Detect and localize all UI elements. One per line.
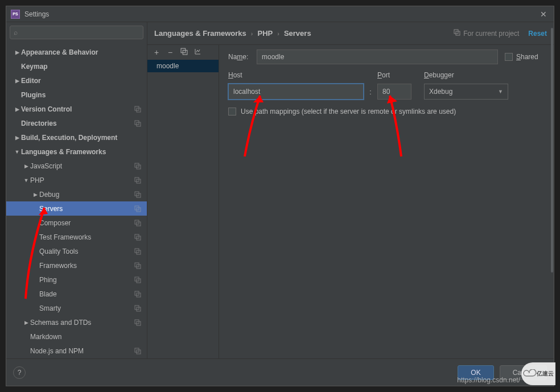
- tree-item-label: Keymap: [21, 63, 147, 71]
- tree-item-node-js-and-npm[interactable]: Node.js and NPM: [6, 344, 147, 358]
- tree-arrow-icon[interactable]: [13, 149, 21, 155]
- tree-item-test-frameworks[interactable]: Test Frameworks: [6, 230, 147, 244]
- project-scope-icon: [134, 291, 141, 298]
- tree-arrow-icon[interactable]: [22, 320, 30, 325]
- tree-item-label: Schemas and DTDs: [30, 319, 134, 327]
- tree-item-label: Editor: [21, 77, 147, 85]
- colon-separator: :: [364, 71, 377, 100]
- settings-tree: Appearance & BehaviorKeymapEditorPlugins…: [6, 43, 147, 358]
- tree-item-php[interactable]: PHP: [6, 173, 147, 187]
- server-form: Name: Shared Host :: [219, 45, 554, 358]
- breadcrumb-item[interactable]: Languages & Frameworks: [154, 29, 246, 38]
- tree-item-languages-frameworks[interactable]: Languages & Frameworks: [6, 145, 147, 159]
- breadcrumb: Languages & Frameworks › PHP › Servers: [154, 29, 311, 38]
- tree-item-appearance-behavior[interactable]: Appearance & Behavior: [6, 45, 147, 59]
- project-scope-icon: [134, 106, 141, 113]
- tree-item-label: Plugins: [21, 91, 147, 99]
- import-icon[interactable]: [193, 48, 202, 57]
- tree-item-composer[interactable]: Composer: [6, 216, 147, 230]
- project-hint: For current project: [454, 29, 519, 38]
- name-input[interactable]: [257, 49, 498, 64]
- tree-item-markdown[interactable]: Markdown: [6, 329, 147, 344]
- host-input[interactable]: [228, 84, 364, 100]
- project-scope-icon: [134, 248, 141, 255]
- search-box[interactable]: ⌕: [10, 26, 143, 39]
- search-icon: ⌕: [14, 28, 18, 36]
- tree-item-version-control[interactable]: Version Control: [6, 102, 147, 116]
- reset-link[interactable]: Reset: [528, 30, 547, 38]
- tree-item-quality-tools[interactable]: Quality Tools: [6, 244, 147, 258]
- add-icon[interactable]: +: [152, 48, 161, 57]
- project-scope-icon: [134, 220, 141, 226]
- breadcrumb-item[interactable]: PHP: [258, 29, 273, 38]
- chevron-right-icon: ›: [277, 30, 279, 37]
- watermark-text: https://blog.csdn.net/: [457, 376, 520, 384]
- tree-item-editor[interactable]: Editor: [6, 73, 147, 88]
- debugger-label: Debugger: [424, 71, 508, 79]
- tree-arrow-icon[interactable]: [13, 135, 21, 141]
- tree-arrow-icon[interactable]: [31, 192, 39, 197]
- main-panel: Languages & Frameworks › PHP › Servers F…: [147, 22, 554, 358]
- project-scope-icon: [134, 277, 141, 283]
- project-scope-icon: [134, 205, 141, 212]
- tree-arrow-icon[interactable]: [22, 163, 30, 169]
- breadcrumb-item: Servers: [284, 29, 311, 38]
- tree-item-debug[interactable]: Debug: [6, 187, 147, 201]
- project-scope-icon: [134, 120, 141, 127]
- tree-item-label: Frameworks: [39, 262, 134, 270]
- tree-item-build-execution-deployment[interactable]: Build, Execution, Deployment: [6, 130, 147, 145]
- tree-item-servers[interactable]: Servers: [6, 201, 147, 216]
- tree-item-label: Composer: [39, 219, 134, 227]
- project-scope-icon: [134, 262, 141, 269]
- close-icon[interactable]: ✕: [538, 10, 549, 19]
- remove-icon[interactable]: −: [166, 48, 175, 57]
- project-scope-icon: [134, 348, 141, 354]
- tree-item-blade[interactable]: Blade: [6, 287, 147, 301]
- project-scope-icon: [134, 234, 141, 241]
- tree-item-label: Build, Execution, Deployment: [21, 134, 147, 142]
- tree-item-label: JavaScript: [30, 162, 134, 170]
- search-input[interactable]: [20, 28, 139, 36]
- chevron-right-icon: ›: [251, 30, 253, 37]
- tree-item-javascript[interactable]: JavaScript: [6, 159, 147, 173]
- tree-arrow-icon[interactable]: [13, 49, 21, 55]
- project-scope-icon: [134, 177, 141, 184]
- debugger-select[interactable]: Xdebug ▼: [424, 84, 508, 100]
- tree-item-phing[interactable]: Phing: [6, 273, 147, 287]
- watermark-logo: 亿速云: [521, 362, 555, 385]
- app-icon: PS: [11, 10, 20, 19]
- tree-item-label: Directories: [21, 119, 134, 127]
- copy-icon[interactable]: [179, 48, 188, 57]
- tree-item-label: Blade: [39, 290, 134, 298]
- tree-item-label: Servers: [39, 205, 134, 213]
- port-input[interactable]: [377, 84, 411, 100]
- window-title: Settings: [24, 10, 49, 18]
- help-button[interactable]: ?: [13, 366, 26, 379]
- path-mappings-label: Use path mappings (select if the server …: [241, 108, 456, 115]
- titlebar: PS Settings ✕: [6, 6, 554, 22]
- tree-item-label: Phing: [39, 276, 134, 284]
- tree-item-schemas-and-dtds[interactable]: Schemas and DTDs: [6, 315, 147, 329]
- header: Languages & Frameworks › PHP › Servers F…: [147, 22, 554, 45]
- project-scope-icon: [134, 319, 141, 326]
- list-toolbar: + −: [147, 45, 219, 60]
- tree-item-plugins[interactable]: Plugins: [6, 88, 147, 102]
- path-mappings-checkbox[interactable]: [228, 108, 236, 115]
- tree-item-smarty[interactable]: Smarty: [6, 301, 147, 315]
- tree-arrow-icon[interactable]: [13, 78, 21, 84]
- shared-label: Shared: [516, 53, 545, 61]
- tree-item-label: Quality Tools: [39, 247, 134, 255]
- host-label: Host: [228, 71, 364, 79]
- shared-checkbox[interactable]: [505, 53, 513, 61]
- project-scope-icon: [134, 163, 141, 170]
- name-label: Name:: [228, 53, 257, 61]
- tree-item-label: Markdown: [30, 333, 147, 341]
- tree-item-label: Appearance & Behavior: [21, 48, 147, 56]
- server-item[interactable]: moodle: [147, 60, 219, 72]
- tree-item-label: Version Control: [21, 105, 134, 113]
- tree-item-keymap[interactable]: Keymap: [6, 59, 147, 73]
- tree-arrow-icon[interactable]: [22, 178, 30, 183]
- tree-item-frameworks[interactable]: Frameworks: [6, 258, 147, 273]
- tree-item-directories[interactable]: Directories: [6, 116, 147, 130]
- tree-arrow-icon[interactable]: [13, 106, 21, 112]
